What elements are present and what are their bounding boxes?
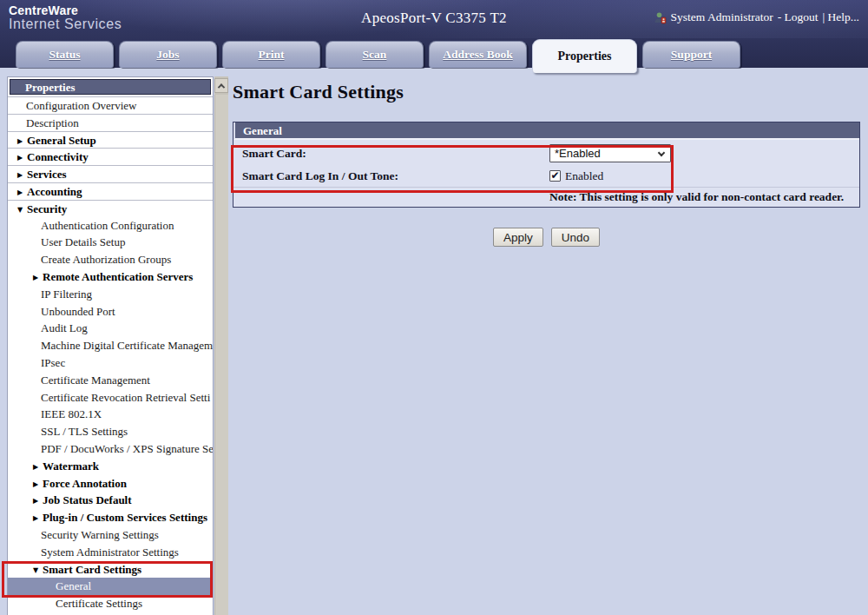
tab-label: Status (49, 48, 80, 62)
sidebar-item-user-details-setup[interactable]: User Details Setup (8, 234, 213, 251)
triangle-right-icon: ▶ (17, 167, 27, 182)
sidebar-item-label: Create Authorization Groups (41, 253, 171, 266)
sidebar-item-authentication-configuration[interactable]: Authentication Configuration (8, 217, 213, 235)
tone-checkbox[interactable]: ✔ (549, 170, 561, 182)
smart-card-select[interactable]: *Enabled (549, 144, 671, 162)
checkmark-icon: ✔ (550, 170, 559, 181)
sidebar-item-label: Plug-in / Custom Services Settings (43, 511, 207, 524)
sidebar-item-configuration-overview[interactable]: Configuration Overview (8, 96, 213, 114)
sidebar-item-ssl-tls-settings[interactable]: SSL / TLS Settings (8, 423, 213, 440)
sidebar-item-system-administrator-settings[interactable]: System Administrator Settings (8, 544, 213, 561)
tone-row: Smart Card Log In / Out Tone: ✔ Enabled (233, 165, 859, 187)
chevron-up-icon (218, 83, 225, 90)
tab-bar: StatusJobsPrintScanAddress BookPropertie… (16, 39, 740, 73)
sidebar-item-label: Remote Authentication Servers (43, 270, 193, 283)
section-header: General (233, 122, 859, 140)
sidebar-item-audit-log[interactable]: Audit Log (8, 320, 213, 337)
sidebar-item-label: General (56, 579, 91, 592)
triangle-right-icon: ▶ (17, 184, 27, 200)
sidebar-item-label: Certificate Revocation Retrieval Setti (41, 391, 210, 404)
sidebar-item-watermark[interactable]: ▶Watermark (8, 458, 213, 475)
sidebar-item-remote-authentication-servers[interactable]: ▶Remote Authentication Servers (8, 268, 213, 286)
tab-status[interactable]: Status (16, 41, 114, 68)
sidebar-item-label: Connectivity (27, 150, 89, 163)
sidebar-item-general-setup[interactable]: ▶General Setup (8, 131, 213, 149)
tab-properties[interactable]: Properties (532, 39, 637, 73)
sidebar-scrollbar[interactable] (214, 76, 228, 615)
tab-support[interactable]: Support (642, 41, 740, 68)
tab-label: Support (671, 48, 712, 62)
sidebar-item-label: User Details Setup (41, 235, 125, 248)
sidebar-item-services[interactable]: ▶Services (8, 165, 213, 182)
general-section: General Smart Card: *Enabled Smart Card … (233, 122, 860, 208)
sidebar-item-label: Audit Log (41, 321, 88, 334)
triangle-right-icon: ▶ (33, 459, 43, 475)
smart-card-label: Smart Card: (233, 147, 549, 161)
sidebar-item-ipsec[interactable]: IPsec (8, 354, 213, 372)
sidebar-item-security[interactable]: ▼Security (8, 200, 213, 217)
sidebar-item-label: Services (27, 168, 66, 181)
sidebar-item-label: Certificate Settings (56, 597, 142, 610)
sidebar-item-certificate-settings[interactable]: Certificate Settings (8, 595, 213, 612)
sidebar-item-certificate-management[interactable]: Certificate Management (8, 372, 213, 389)
sidebar-item-create-authorization-groups[interactable]: Create Authorization Groups (8, 251, 213, 268)
main-content: Smart Card Settings General Smart Card: … (233, 76, 860, 247)
sidebar-item-label: Security (27, 202, 67, 215)
triangle-down-icon: ▼ (33, 562, 43, 579)
tab-scan[interactable]: Scan (326, 41, 424, 68)
triangle-right-icon: ▶ (33, 476, 43, 493)
sidebar-item-label: IP Filtering (41, 288, 92, 301)
sidebar-item-label: Security Warning Settings (41, 528, 159, 541)
tone-label: Smart Card Log In / Out Tone: (233, 169, 549, 183)
sidebar-item-label: Description (26, 116, 79, 129)
user-name: System Administrator (671, 10, 773, 24)
help-link[interactable]: | Help... (823, 10, 859, 24)
sidebar-item-label: General Setup (27, 134, 96, 147)
page-title: Smart Card Settings (233, 81, 860, 103)
sidebar-item-unbounded-port[interactable]: Unbounded Port (8, 303, 213, 321)
sidebar-item-connectivity[interactable]: ▶Connectivity (8, 148, 213, 165)
sidebar-item-accounting[interactable]: ▶Accounting (8, 182, 213, 200)
scrollbar-track[interactable] (214, 95, 228, 615)
tab-print[interactable]: Print (222, 41, 320, 68)
sidebar-item-smart-card-settings[interactable]: ▼Smart Card Settings (8, 561, 213, 579)
tab-label: Scan (363, 48, 387, 62)
undo-button[interactable]: Undo (551, 228, 600, 247)
action-buttons: Apply Undo (233, 228, 860, 247)
sidebar-item-label: Watermark (43, 460, 99, 473)
sidebar-item-ip-filtering[interactable]: IP Filtering (8, 286, 213, 303)
sidebar-menu: Configuration OverviewDescription▶Genera… (8, 96, 213, 612)
chevron-down-icon (658, 149, 665, 156)
sidebar-item-description[interactable]: Description (8, 114, 213, 131)
sidebar-item-label: Unbounded Port (41, 305, 115, 318)
app-header: CentreWare Internet Services ApeosPort-V… (0, 0, 868, 68)
sidebar-item-plug-in-custom-services-settings[interactable]: ▶Plug-in / Custom Services Settings (8, 509, 213, 526)
sidebar-item-machine-digital-certificate-managem[interactable]: Machine Digital Certificate Managem (8, 337, 213, 354)
tab-jobs[interactable]: Jobs (119, 41, 217, 68)
logout-link[interactable]: - Logout (778, 10, 819, 24)
sidebar-item-label: Certificate Management (41, 374, 150, 387)
sidebar-item-certificate-revocation-retrieval-setti[interactable]: Certificate Revocation Retrieval Setti (8, 389, 213, 407)
sidebar-item-pdf-docuworks-xps-signature-se[interactable]: PDF / DocuWorks / XPS Signature Se (8, 440, 213, 458)
sidebar-item-label: System Administrator Settings (41, 546, 179, 559)
tab-address-book[interactable]: Address Book (429, 41, 527, 68)
sidebar-item-label: Authentication Configuration (41, 219, 174, 232)
sidebar-title: Properties (10, 79, 211, 95)
sidebar-item-security-warning-settings[interactable]: Security Warning Settings (8, 526, 213, 544)
triangle-right-icon: ▶ (33, 510, 43, 526)
triangle-right-icon: ▶ (33, 269, 43, 286)
sidebar-item-label: PDF / DocuWorks / XPS Signature Se (41, 442, 213, 455)
select-value: *Enabled (555, 147, 601, 160)
sidebar-item-general[interactable]: General (8, 578, 213, 595)
user-area: System Administrator - Logout | Help... (654, 10, 859, 24)
sidebar-panel: Properties Configuration OverviewDescrip… (7, 76, 214, 615)
user-icon (654, 11, 667, 24)
sidebar-item-force-annotation[interactable]: ▶Force Annotation (8, 475, 213, 493)
sidebar-item-ieee-802-1x[interactable]: IEEE 802.1X (8, 406, 213, 423)
sidebar-item-job-status-default[interactable]: ▶Job Status Default (8, 492, 213, 509)
scroll-up-button[interactable] (214, 78, 228, 93)
tab-label: Jobs (156, 48, 179, 62)
apply-button[interactable]: Apply (493, 228, 543, 247)
sidebar-item-label: SSL / TLS Settings (41, 425, 128, 438)
tone-checkbox-label[interactable]: Enabled (565, 169, 603, 183)
